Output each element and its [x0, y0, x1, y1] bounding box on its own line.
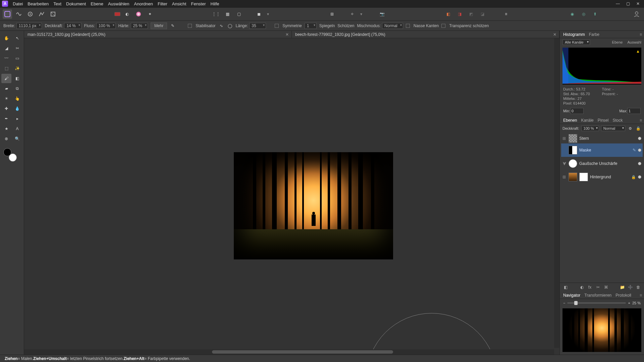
visibility-toggle[interactable]	[638, 137, 641, 140]
panel-menu-icon[interactable]: ≡	[640, 293, 642, 298]
swatch-red[interactable]	[114, 12, 120, 16]
color-swatch-pair[interactable]	[3, 148, 17, 162]
flow-field[interactable]: 100 %	[96, 23, 116, 29]
align-icon[interactable]: ≡	[501, 9, 511, 19]
hardness-field[interactable]: 25 %	[131, 23, 148, 29]
brush-edit-icon[interactable]: ✎	[170, 23, 176, 29]
menu-hilfe[interactable]: Hilfe	[211, 1, 219, 6]
document-tab-2[interactable]: beech-forest-779902_1920.jpg [Geändert] …	[292, 31, 559, 38]
smudge-tool-icon[interactable]: 👆	[12, 94, 22, 103]
chevron-down-icon-2[interactable]: ▾	[359, 9, 364, 19]
layer-blend-field[interactable]: Normal	[601, 126, 625, 131]
foreground-color-swatch[interactable]	[3, 148, 11, 156]
wetedges-checkbox[interactable]	[406, 24, 410, 28]
blendmode-field[interactable]: Normal	[382, 23, 403, 29]
guides-icon[interactable]: ⊞	[327, 9, 337, 19]
grid-dot-icon[interactable]: ⋮⋮	[211, 9, 221, 19]
histo-selection-button[interactable]: Auswahl	[627, 40, 641, 44]
text-tool-icon[interactable]: A	[12, 124, 22, 133]
sync3-icon[interactable]: ⬆	[590, 9, 600, 19]
layer-row-stern[interactable]: ⊞ Stern	[561, 133, 643, 143]
account-icon[interactable]	[632, 9, 641, 19]
tab-ebenen[interactable]: Ebenen	[563, 118, 577, 123]
live-filter-icon[interactable]: ⌘	[603, 284, 609, 290]
tab-close-icon[interactable]: ✕	[285, 32, 289, 37]
width-field[interactable]: 1110,1 px	[16, 23, 42, 29]
visibility-toggle[interactable]	[638, 175, 641, 179]
maximize-icon[interactable]: ▢	[624, 1, 632, 7]
tab-histogramm[interactable]: Histogramm	[563, 32, 585, 37]
snapshot-icon[interactable]: 📷	[378, 9, 387, 19]
autocolor-icon[interactable]: ✦	[145, 9, 155, 19]
layer-fx-icon[interactable]: ⚙	[627, 125, 633, 131]
layer-add-icon[interactable]: ◧	[444, 9, 453, 19]
symmetry-checkbox[interactable]	[275, 24, 279, 28]
persona-develop-icon[interactable]	[25, 9, 35, 19]
menu-bearbeiten[interactable]: Bearbeiten	[28, 1, 49, 6]
panel-menu-icon[interactable]: ≡	[640, 118, 642, 123]
histo-layer-button[interactable]: Ebene	[612, 40, 623, 44]
grid-box-icon[interactable]: ▦	[223, 9, 232, 19]
quicklook-icon[interactable]: ◼	[254, 9, 264, 19]
persona-export-icon[interactable]	[48, 9, 58, 19]
group-icon[interactable]: 📁	[619, 284, 625, 290]
more-button[interactable]: Mehr	[151, 22, 167, 29]
menu-ansicht[interactable]: Ansicht	[172, 1, 186, 6]
panel-menu-icon[interactable]: ≡	[640, 32, 642, 37]
dodge-tool-icon[interactable]: ☀	[1, 94, 11, 103]
zoom-value[interactable]: 25 %	[632, 301, 641, 305]
mirror-label[interactable]: Spiegeln	[319, 23, 335, 28]
channels-dropdown[interactable]: Alle Kanäle	[562, 40, 590, 45]
persona-photo-icon[interactable]	[3, 9, 12, 19]
stabilizer-checkbox[interactable]	[188, 24, 192, 28]
layer-dup-icon[interactable]: ◨	[455, 9, 465, 19]
tab-transformieren[interactable]: Transformieren	[584, 293, 611, 298]
zoom-out-icon[interactable]: −	[563, 301, 565, 305]
zoom-tool-icon[interactable]: 🔍	[12, 134, 22, 143]
document-tab-1[interactable]: man-3151723_1920.jpg [Geändert] (25,0%) …	[24, 31, 292, 38]
menu-filter[interactable]: Filter	[158, 1, 167, 6]
hand-tool-icon[interactable]: ✋	[1, 34, 11, 43]
horizontal-scrollbar[interactable]	[24, 349, 554, 355]
erase-tool-icon[interactable]: ◧	[12, 74, 22, 83]
opacity-field[interactable]: 14 %	[64, 23, 81, 29]
assist-icon[interactable]: ✧	[347, 9, 357, 19]
colorwheel-icon[interactable]	[134, 9, 143, 19]
persona-liquify-icon[interactable]	[14, 9, 23, 19]
protect-trans-checkbox[interactable]	[441, 24, 445, 28]
max-input[interactable]	[627, 108, 641, 114]
flood-select-tool-icon[interactable]: ⬚	[1, 64, 11, 73]
marquee-tool-icon[interactable]: ▭	[12, 54, 22, 63]
zoom-slider[interactable]	[567, 302, 626, 304]
heal-tool-icon[interactable]: ✚	[1, 104, 11, 113]
adjustment-icon[interactable]: ◐	[579, 284, 585, 290]
wand-tool-icon[interactable]: ✨	[12, 64, 22, 73]
mesh-tool-icon[interactable]: ⊗	[1, 134, 11, 143]
pen-tool-icon[interactable]: ✒	[1, 114, 11, 123]
layer-opacity-field[interactable]: 100 %	[581, 126, 599, 131]
layer-row-maske[interactable]: Maske ✎	[561, 143, 643, 157]
menu-dokument[interactable]: Dokument	[66, 1, 86, 6]
menu-text[interactable]: Text	[53, 1, 61, 6]
menu-auswaehlen[interactable]: Auswählen	[108, 1, 129, 6]
delete-layer-icon[interactable]: 🗑	[635, 284, 641, 290]
mask-layer-icon[interactable]: ◧	[562, 284, 569, 290]
add-layer-icon[interactable]: ➕	[627, 284, 633, 290]
tab-stock[interactable]: Stock	[612, 118, 623, 123]
protect-label[interactable]: Schützen	[337, 23, 354, 28]
fx-icon[interactable]: fx	[587, 284, 593, 290]
sync1-icon[interactable]: ◉	[568, 9, 577, 19]
shape-tool-icon[interactable]: ★	[1, 124, 11, 133]
tab-kanaele[interactable]: Kanäle	[581, 118, 593, 123]
tab-close-icon[interactable]: ✕	[553, 32, 556, 37]
tab-navigator[interactable]: Navigator	[563, 293, 580, 298]
min-input[interactable]	[570, 108, 584, 114]
visibility-toggle[interactable]	[638, 162, 641, 165]
length-field[interactable]: 35	[249, 23, 266, 29]
color-picker-tool-icon[interactable]: ◢	[1, 44, 11, 53]
layer-row-background[interactable]: ⊞ Hintergrund 🔒	[561, 170, 643, 184]
crop-layer-icon[interactable]: ✂	[595, 284, 601, 290]
tab-pinsel[interactable]: Pinsel	[598, 118, 609, 123]
close-icon[interactable]: ✕	[634, 1, 642, 7]
lock-icon[interactable]: 🔒	[631, 175, 636, 179]
